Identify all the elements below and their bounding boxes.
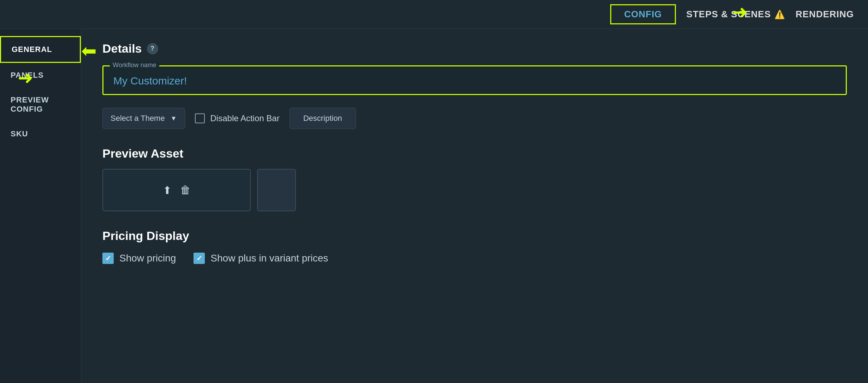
show-pricing-option: Show pricing — [102, 253, 176, 264]
sidebar: ⬅ ➜ GENERAL PANELS PREVIEW CONFIG SKU — [0, 29, 81, 383]
pricing-display-title: Pricing Display — [102, 229, 847, 243]
tab-rendering[interactable]: RENDERING — [796, 9, 854, 20]
theme-select-dropdown[interactable]: Select a Theme ▼ — [102, 108, 185, 129]
tab-config[interactable]: CONFIG — [610, 4, 676, 24]
arrow-general-indicator: ⬅ — [81, 42, 97, 60]
disable-action-bar-label: Disable Action Bar — [210, 113, 280, 123]
details-title-text: Details — [102, 42, 142, 55]
disable-action-bar-checkbox[interactable] — [195, 113, 205, 123]
show-plus-label: Show plus in variant prices — [210, 253, 328, 264]
sidebar-item-preview-config[interactable]: PREVIEW CONFIG — [0, 88, 81, 122]
chevron-down-icon: ▼ — [171, 115, 177, 122]
sidebar-item-sku[interactable]: SKU — [0, 122, 81, 146]
description-button[interactable]: Description — [290, 108, 356, 129]
tab-steps-scenes[interactable]: STEPS & SCENES — [686, 9, 771, 20]
main-layout: ⬅ ➜ GENERAL PANELS PREVIEW CONFIG SKU De… — [0, 29, 868, 383]
workflow-name-box: Workflow name — [102, 65, 847, 95]
details-section-title: Details ? — [102, 42, 847, 55]
disable-action-bar-control: Disable Action Bar — [195, 113, 280, 123]
arrow-config-indicator: ➜ — [732, 3, 748, 21]
help-icon[interactable]: ? — [147, 43, 158, 54]
theme-select-label: Select a Theme — [111, 114, 165, 123]
warning-icon: ⚠️ — [774, 10, 785, 19]
content-area: Details ? Workflow name Select a Theme ▼… — [81, 29, 868, 383]
upload-button[interactable]: ⬆ — [163, 184, 172, 196]
show-plus-checkbox[interactable] — [194, 253, 205, 264]
workflow-name-input[interactable] — [113, 75, 836, 87]
show-pricing-label: Show pricing — [119, 253, 176, 264]
top-bar: ➜ CONFIG STEPS & SCENES ⚠️ RENDERING — [0, 0, 868, 29]
asset-upload-box: ⬆ 🗑 — [102, 169, 251, 211]
show-plus-option: Show plus in variant prices — [194, 253, 328, 264]
asset-upload-row: ⬆ 🗑 — [102, 169, 847, 211]
delete-button[interactable]: 🗑 — [180, 184, 191, 196]
pricing-options-row: Show pricing Show plus in variant prices — [102, 253, 847, 264]
sidebar-item-panels[interactable]: PANELS — [0, 63, 81, 88]
workflow-name-label: Workflow name — [110, 61, 159, 69]
controls-row: Select a Theme ▼ Disable Action Bar Desc… — [102, 108, 847, 129]
sidebar-item-general[interactable]: GENERAL — [0, 36, 81, 63]
show-pricing-checkbox[interactable] — [102, 253, 114, 264]
arrow-panels-indicator: ➜ — [18, 69, 33, 87]
asset-thumbnail — [257, 169, 296, 211]
preview-asset-title: Preview Asset — [102, 147, 847, 160]
